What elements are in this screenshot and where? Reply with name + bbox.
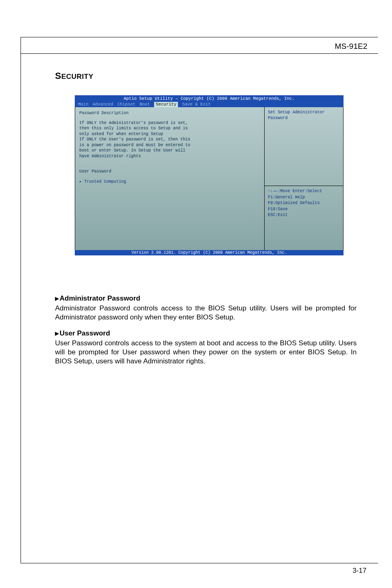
bios-desc-line: If ONLY the User's password is set, then… xyxy=(79,137,260,142)
triangle-icon: ▶ xyxy=(55,296,59,302)
page-number: 3-17 xyxy=(353,567,367,575)
bios-help-top: Set Setup Administrator Password xyxy=(265,107,343,186)
bios-hint: ↑↓→←:Move Enter:Select xyxy=(268,188,340,195)
bios-item-admin-password: Administrator Password xyxy=(79,163,260,169)
bios-key-hints: ↑↓→←:Move Enter:Select F1:General Help F… xyxy=(265,186,343,250)
bios-desc-line: then this only limits access to Setup an… xyxy=(79,126,260,131)
tab-main: Main xyxy=(78,102,88,108)
bios-right-panel: Set Setup Administrator Password ↑↓→←:Mo… xyxy=(265,107,344,251)
triangle-icon: ▶ xyxy=(55,331,59,337)
bios-desc-line: only asked for when entering Setup xyxy=(79,131,260,137)
doc-para-admin: Administrator Password controls access t… xyxy=(55,304,357,322)
header-model: MS-91E2 xyxy=(335,42,367,51)
bios-topbar: Aptio Setup Utility – Copyright (C) 2009… xyxy=(75,95,344,107)
bios-item-trusted-computing: ▸ Trusted Computing xyxy=(79,179,260,185)
header-underline xyxy=(21,53,378,54)
document-body: ▶Administrator Password Administrator Pa… xyxy=(55,294,357,373)
bios-hint: ESC:Exit xyxy=(268,212,340,218)
bios-body: Password Description If ONLY the Adminis… xyxy=(75,107,344,251)
bios-item-user-password: User Password xyxy=(79,169,260,175)
bios-title: Aptio Setup Utility – Copyright (C) 2009… xyxy=(78,96,340,102)
tab-save-exit: Save & Exit xyxy=(182,102,210,108)
bios-desc-line: is a power on password and must be enter… xyxy=(79,142,260,148)
bios-hint: F10:Save xyxy=(268,207,340,213)
tab-chipset: Chipset xyxy=(118,102,136,108)
section-title-security: SECURITY xyxy=(55,71,93,81)
bios-tabs: Main Advanced Chipset Boot Security Save… xyxy=(78,102,340,108)
bios-left-panel: Password Description If ONLY the Adminis… xyxy=(75,107,265,251)
doc-para-user: User Password controls access to the sys… xyxy=(55,339,357,365)
bios-hint: F1:General Help xyxy=(268,195,340,201)
tab-boot: Boot xyxy=(140,102,150,108)
bios-desc-line: have Administrator rights xyxy=(79,154,260,159)
doc-heading-text: Administrator Password xyxy=(60,294,141,302)
doc-heading-user-password: ▶User Password xyxy=(55,329,357,338)
bios-left-heading: Password Description xyxy=(79,110,260,116)
bios-footer: Version 2.00.1201. Copyright (C) 2009 Am… xyxy=(75,250,344,255)
bios-hint: F9:Optimized Defaults xyxy=(268,200,340,207)
bios-desc-line: If ONLY the Administrator's password is … xyxy=(79,120,260,126)
doc-heading-admin-password: ▶Administrator Password xyxy=(55,294,357,303)
tab-advanced: Advanced xyxy=(92,102,113,108)
bios-desc-line: boot or enter Setup. In Setup the User w… xyxy=(79,148,260,154)
tab-security: Security xyxy=(154,102,178,108)
bios-screenshot: Aptio Setup Utility – Copyright (C) 2009… xyxy=(75,95,344,255)
doc-heading-text: User Password xyxy=(60,329,110,337)
